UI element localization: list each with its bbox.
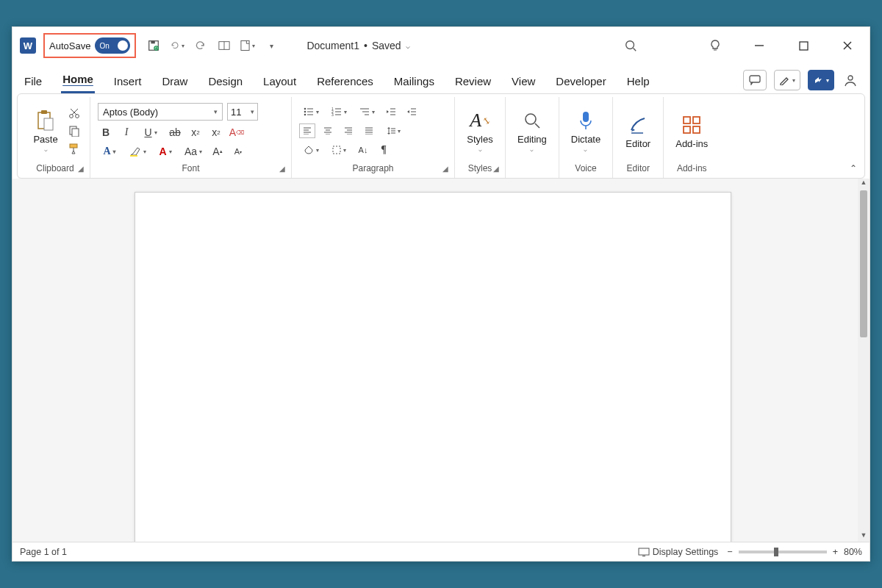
- grow-font-button[interactable]: A▴: [209, 144, 226, 159]
- decrease-indent-button[interactable]: [383, 104, 399, 119]
- scroll-thumb[interactable]: [860, 190, 867, 337]
- bullets-button[interactable]: [299, 104, 323, 119]
- vertical-scrollbar[interactable]: ▲ ▼: [858, 179, 870, 542]
- italic-button[interactable]: I: [118, 125, 135, 140]
- save-icon[interactable]: [146, 38, 161, 53]
- display-settings-button[interactable]: Display Settings: [638, 547, 719, 557]
- svg-point-26: [304, 111, 306, 113]
- tab-help[interactable]: Help: [625, 71, 651, 93]
- page-indicator[interactable]: Page 1 of 1: [20, 547, 67, 557]
- group-editor: Editor Editor: [613, 97, 664, 178]
- borders-button[interactable]: [327, 143, 351, 157]
- chevron-down-icon: ⌵: [406, 42, 410, 50]
- increase-indent-button[interactable]: [404, 104, 420, 119]
- strikethrough-button[interactable]: ab: [167, 125, 183, 140]
- tab-view[interactable]: View: [510, 71, 537, 93]
- change-case-button[interactable]: Aa: [182, 144, 205, 159]
- launcher-icon[interactable]: ◢: [78, 165, 84, 173]
- autosave-toggle[interactable]: On: [95, 37, 130, 54]
- redo-button[interactable]: [193, 38, 208, 53]
- group-addins: Add-ins Add-ins: [664, 97, 720, 178]
- tab-developer[interactable]: Developer: [554, 71, 607, 93]
- text-effects-button[interactable]: A: [98, 144, 121, 159]
- tab-file[interactable]: File: [23, 71, 43, 93]
- tab-draw[interactable]: Draw: [160, 71, 189, 93]
- comments-button[interactable]: [743, 70, 767, 90]
- zoom-out-button[interactable]: −: [727, 547, 732, 557]
- group-font: Aptos (Body)▾ 11▾ B I U ab x2 x2 A⌫ A A …: [90, 97, 292, 178]
- scroll-down-icon[interactable]: ▼: [861, 531, 867, 542]
- align-right-button[interactable]: [340, 123, 356, 138]
- zoom-slider[interactable]: [739, 551, 827, 553]
- styles-group-label: Styles◢: [462, 163, 498, 176]
- editor-button[interactable]: Editor: [620, 112, 656, 151]
- align-center-button[interactable]: [320, 123, 336, 138]
- font-color-button[interactable]: A: [154, 144, 177, 159]
- launcher-icon[interactable]: ◢: [279, 165, 285, 173]
- cut-icon[interactable]: [66, 106, 82, 121]
- undo-button[interactable]: [170, 38, 184, 53]
- tab-design[interactable]: Design: [207, 71, 244, 93]
- bold-button[interactable]: B: [98, 125, 114, 140]
- paste-button[interactable]: Paste ⌵: [28, 107, 63, 154]
- addins-button[interactable]: Add-ins: [671, 112, 712, 151]
- styles-button[interactable]: A⤡ Styles ⌵: [462, 107, 498, 154]
- tab-layout[interactable]: Layout: [262, 71, 298, 93]
- clear-format-icon[interactable]: A⌫: [229, 125, 245, 140]
- launcher-icon[interactable]: ◢: [493, 165, 499, 173]
- tab-mailings[interactable]: Mailings: [392, 71, 436, 93]
- tab-references[interactable]: References: [315, 71, 375, 93]
- numbering-button[interactable]: 123: [327, 104, 351, 119]
- superscript-button[interactable]: x2: [208, 125, 224, 140]
- collapse-ribbon-icon[interactable]: ⌃: [850, 163, 857, 173]
- align-left-button[interactable]: [299, 123, 315, 138]
- scroll-up-icon[interactable]: ▲: [861, 179, 867, 189]
- document-canvas: ▲ ▼: [12, 179, 870, 542]
- underline-button[interactable]: U: [139, 125, 162, 140]
- autosave-state: On: [99, 42, 109, 50]
- lightbulb-icon[interactable]: [708, 38, 723, 53]
- editing-mode-button[interactable]: ▾: [774, 70, 800, 90]
- zoom-in-button[interactable]: +: [833, 547, 838, 557]
- subscript-button[interactable]: x2: [187, 125, 204, 140]
- svg-rect-68: [583, 112, 589, 122]
- highlight-button[interactable]: [126, 144, 149, 159]
- svg-line-7: [634, 49, 637, 51]
- share-button[interactable]: ▾: [808, 70, 834, 90]
- svg-rect-74: [693, 126, 700, 133]
- document-title[interactable]: Document1 • Saved ⌵: [306, 40, 409, 51]
- svg-rect-10: [800, 42, 808, 50]
- qat-page-icon[interactable]: [240, 38, 255, 53]
- addins-group-label: Add-ins: [671, 163, 712, 176]
- svg-rect-75: [639, 548, 649, 555]
- multilevel-list-button[interactable]: [355, 104, 379, 119]
- shrink-font-button[interactable]: A▾: [230, 144, 246, 159]
- zoom-level[interactable]: 80%: [844, 547, 862, 557]
- document-page[interactable]: [135, 192, 731, 542]
- sort-button[interactable]: A↓: [355, 143, 371, 157]
- launcher-icon[interactable]: ◢: [442, 165, 448, 173]
- qat-grid-icon[interactable]: [217, 38, 232, 53]
- word-window: W AutoSave On ▾ Document1 • Saved ⌵: [12, 26, 870, 562]
- show-marks-button[interactable]: ¶: [376, 143, 392, 157]
- font-size-select[interactable]: 11▾: [227, 103, 258, 121]
- line-spacing-button[interactable]: [381, 123, 405, 138]
- shading-button[interactable]: [299, 143, 323, 157]
- account-icon[interactable]: [842, 71, 859, 89]
- format-painter-icon[interactable]: [66, 141, 82, 156]
- close-button[interactable]: [840, 38, 855, 53]
- svg-rect-71: [684, 117, 690, 123]
- editing-button[interactable]: Editing ⌵: [513, 107, 551, 154]
- tab-home[interactable]: Home: [61, 68, 95, 93]
- copy-icon[interactable]: [66, 123, 82, 138]
- justify-button[interactable]: [361, 123, 377, 138]
- tab-insert[interactable]: Insert: [112, 71, 143, 93]
- maximize-button[interactable]: [796, 38, 811, 53]
- qat-customize-icon[interactable]: ▾: [264, 38, 279, 53]
- voice-group-label: Voice: [567, 163, 605, 176]
- dictate-button[interactable]: Dictate ⌵: [567, 107, 605, 154]
- tab-review[interactable]: Review: [453, 71, 492, 93]
- minimize-button[interactable]: [752, 38, 767, 53]
- search-icon[interactable]: [624, 39, 637, 52]
- font-name-select[interactable]: Aptos (Body)▾: [98, 103, 223, 121]
